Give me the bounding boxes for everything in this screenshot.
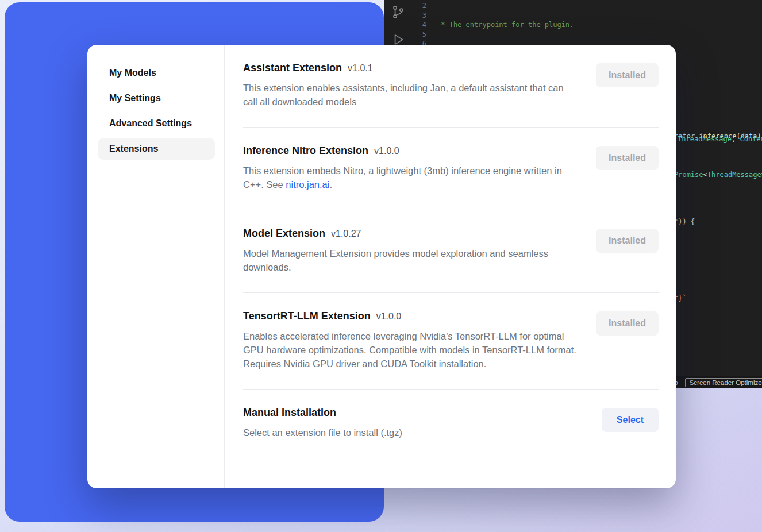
line-number: 2: [384, 1, 426, 11]
installed-button[interactable]: Installed: [596, 146, 659, 170]
settings-sidebar: My Models My Settings Advanced Settings …: [87, 45, 225, 488]
extension-title-line: Assistant Extensionv1.0.1: [243, 62, 580, 74]
code-line: ​ * The entrypoint for the plugin.: [437, 20, 762, 30]
extension-title: Inference Nitro Extension: [243, 145, 368, 156]
sidebar-item-extensions[interactable]: Extensions: [98, 138, 215, 160]
extension-title-line: Inference Nitro Extensionv1.0.0: [243, 145, 580, 157]
extension-version: v1.0.0: [376, 311, 402, 321]
extension-title-line: Model Extensionv1.0.27: [243, 228, 580, 240]
code-fragment: rator.inference(data));: [674, 132, 762, 140]
extensions-list: Assistant Extensionv1.0.1 This extension…: [225, 45, 676, 488]
manual-installation-description: Select an extension file to install (.tg…: [243, 426, 580, 440]
code-fragment: t}`: [674, 294, 687, 302]
extension-version: v1.0.1: [348, 63, 373, 73]
line-number: 3: [384, 11, 426, 21]
nitro-jan-ai-link[interactable]: nitro.jan.ai: [286, 179, 329, 190]
code-fragment: ")) {: [674, 218, 695, 226]
extension-description: This extension enables assistants, inclu…: [243, 81, 580, 109]
line-number: 5: [384, 30, 426, 40]
manual-installation-row: Manual Installation Select an extension …: [243, 390, 659, 456]
extension-row: TensortRT-LLM Extensionv1.0.0 Enables ac…: [243, 293, 659, 390]
installed-button[interactable]: Installed: [596, 229, 659, 253]
editor-line-numbers: 2 3 4 5 6: [384, 1, 426, 49]
sidebar-item-my-models[interactable]: My Models: [98, 62, 215, 84]
select-file-button[interactable]: Select: [602, 408, 659, 432]
extension-version: v1.0.27: [331, 229, 361, 238]
extension-row: Model Extensionv1.0.27 Model Management …: [243, 210, 659, 293]
sidebar-item-my-settings[interactable]: My Settings: [98, 87, 215, 109]
extension-version: v1.0.0: [374, 146, 399, 156]
extension-description: Enables accelerated inference leveraging…: [243, 329, 580, 371]
screen-reader-optimized-badge[interactable]: Screen Reader Optimized: [685, 378, 762, 387]
settings-modal: My Models My Settings Advanced Settings …: [87, 45, 676, 488]
extension-description: This extension embeds Nitro, a lightweig…: [243, 164, 580, 191]
extension-title: TensortRT-LLM Extension: [243, 310, 371, 322]
extension-title: Assistant Extension: [243, 62, 342, 74]
manual-installation-title: Manual Installation: [243, 407, 336, 418]
installed-button[interactable]: Installed: [596, 63, 659, 87]
extension-row: Assistant Extensionv1.0.1 This extension…: [243, 45, 659, 128]
extension-row: Inference Nitro Extensionv1.0.0 This ext…: [243, 128, 659, 210]
sidebar-item-advanced-settings[interactable]: Advanced Settings: [98, 113, 215, 134]
installed-button[interactable]: Installed: [596, 311, 659, 336]
description-text: .: [329, 179, 332, 190]
extension-title-line: TensortRT-LLM Extensionv1.0.0: [243, 310, 580, 322]
extension-description: Model Management Extension provides mode…: [243, 246, 580, 274]
page-background: { "colors": { "accent_blue": "#4667f0", …: [0, 0, 762, 532]
extension-title-line: Manual Installation: [243, 407, 580, 419]
code-fragment: Promise<ThreadMessage>: [674, 171, 762, 179]
extension-title: Model Extension: [243, 228, 325, 239]
line-number: 4: [384, 20, 426, 30]
